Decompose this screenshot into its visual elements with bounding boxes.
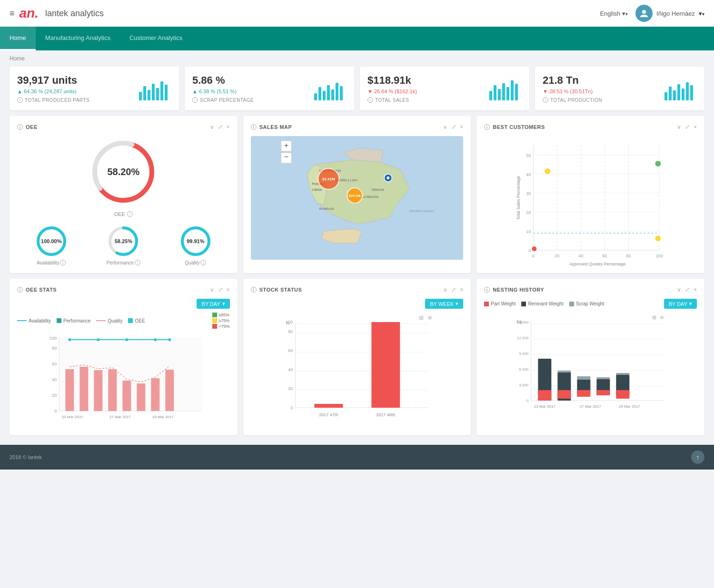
- stat-value-scrap: 5.86 %: [192, 74, 313, 87]
- stat-chart-units: [138, 77, 171, 100]
- svg-rect-162: [558, 371, 571, 372]
- nesting-collapse[interactable]: ∨: [677, 286, 681, 293]
- svg-text:⊞: ⊞: [419, 314, 424, 321]
- svg-text:$24.18k: $24.18k: [348, 194, 360, 198]
- svg-text:50: 50: [526, 153, 531, 158]
- info-icon-oee[interactable]: i: [17, 124, 23, 130]
- svg-rect-11: [327, 85, 330, 100]
- svg-rect-23: [669, 87, 672, 100]
- oee-expand[interactable]: ⤢: [218, 124, 223, 130]
- nesting-svg: ≋ ⊞ Kg 0 3,000 6,000 9,000 12,000 15,000: [484, 313, 697, 417]
- stat-change-units: ▲ 64.36 % (24,287 units): [17, 88, 138, 94]
- widget-title-best-customers: i BEST CUSTOMERS: [484, 124, 545, 130]
- svg-rect-1: [139, 92, 142, 100]
- stat-chart-production: [664, 77, 697, 100]
- svg-text:2017 48th: 2017 48th: [376, 412, 395, 417]
- svg-text:≋: ≋: [427, 314, 432, 321]
- oee-stats-close[interactable]: ×: [227, 286, 230, 293]
- breadcrumb: Home: [0, 50, 714, 67]
- svg-text:80: 80: [626, 254, 631, 258]
- svg-rect-25: [677, 84, 680, 100]
- widget-controls-oee-stats: ∨ ⤢ ×: [210, 286, 230, 293]
- logo-text: lantek analytics: [45, 9, 104, 19]
- widget-header-nesting: i NESTING HISTORY ∨ ⤢ ×: [484, 286, 697, 293]
- stat-info-production: 21.8 Tn ▼ 28.53 % (30.51Tn) i TOTAL PROD…: [543, 74, 664, 103]
- sales-map-close[interactable]: ×: [460, 124, 463, 130]
- scroll-top-button[interactable]: ↑: [691, 451, 704, 464]
- svg-rect-168: [597, 377, 610, 379]
- sales-map-display[interactable]: Mediterranean + − Oviedo/Uviédo Castilla…: [251, 136, 464, 260]
- oee-collapse[interactable]: ∨: [210, 124, 214, 130]
- nav-item-manufacturing[interactable]: Manufacturing Analytics: [36, 27, 120, 50]
- availability-value: 100.00%: [41, 238, 61, 244]
- scatter-svg: 0 10 20 30 40 50 0 20 40 60 80 100 Appro…: [484, 136, 697, 269]
- stock-close[interactable]: ×: [460, 286, 463, 293]
- info-icon-units[interactable]: i: [17, 97, 23, 103]
- info-icon-sales-map[interactable]: i: [251, 124, 257, 130]
- stats-row: 39,917 units ▲ 64.36 % (24,287 units) i …: [0, 67, 714, 116]
- nesting-legend: Part Weight Remnant Weight Scrap Weight: [484, 301, 604, 306]
- svg-text:Lisboa: Lisboa: [312, 188, 322, 191]
- best-customers-collapse[interactable]: ∨: [677, 124, 681, 130]
- svg-text:20: 20: [555, 254, 560, 258]
- language-selector[interactable]: English ▾: [600, 10, 628, 17]
- legend-part-weight: Part Weight: [484, 301, 516, 306]
- widget-title-oee-stats: i OEE STATS: [17, 287, 57, 293]
- stock-collapse[interactable]: ∨: [443, 286, 447, 293]
- widget-controls-nesting: ∨ ⤢ ×: [677, 286, 697, 293]
- widget-controls-best-customers: ∨ ⤢ ×: [677, 124, 697, 130]
- svg-point-90: [655, 161, 661, 167]
- widget-header-sales-map: i SALES MAP ∨ ⤢ ×: [251, 124, 464, 130]
- stock-expand[interactable]: ⤢: [451, 286, 456, 293]
- oee-stats-collapse[interactable]: ∨: [210, 286, 214, 293]
- info-icon-oee-stats[interactable]: i: [17, 287, 23, 293]
- info-icon-nesting[interactable]: i: [484, 287, 490, 293]
- info-icon-oee-label[interactable]: i: [127, 211, 133, 217]
- info-icon-stock[interactable]: i: [251, 287, 257, 293]
- svg-text:12,000: 12,000: [517, 336, 529, 340]
- svg-text:80: 80: [288, 329, 293, 334]
- svg-text:3,000: 3,000: [519, 383, 529, 387]
- stat-card-production: 21.8 Tn ▼ 28.53 % (30.51Tn) i TOTAL PROD…: [535, 67, 704, 110]
- language-label: English: [600, 10, 620, 17]
- svg-text:60: 60: [52, 362, 57, 366]
- svg-rect-24: [673, 90, 676, 100]
- stat-card-scrap: 5.86 % ▲ 6.38 % (5.51 %) i SCRAP PERCENT…: [185, 67, 354, 110]
- logo-an: an.: [20, 6, 39, 21]
- info-icon-best-customers[interactable]: i: [484, 124, 490, 130]
- svg-text:−: −: [284, 153, 288, 161]
- info-icon-production[interactable]: i: [543, 97, 548, 103]
- oee-stats-expand[interactable]: ⤢: [218, 286, 223, 293]
- oee-close[interactable]: ×: [227, 124, 230, 130]
- stat-change-scrap: ▲ 6.38 % (5.51 %): [192, 88, 313, 94]
- info-icon-scrap[interactable]: i: [192, 97, 198, 103]
- svg-rect-9: [318, 87, 321, 100]
- nav-item-customer[interactable]: Customer Analytics: [120, 27, 192, 50]
- stat-label-scrap: i SCRAP PERCENTAGE: [192, 97, 313, 103]
- widget-title-nesting: i NESTING HISTORY: [484, 287, 544, 293]
- nav-item-home[interactable]: Home: [0, 27, 36, 50]
- best-customers-close[interactable]: ×: [694, 124, 697, 130]
- svg-text:≋: ≋: [660, 314, 664, 320]
- oee-stats-period-btn[interactable]: BY DAY ▾: [197, 299, 229, 309]
- stat-label-production: i TOTAL PRODUCTION: [543, 97, 664, 103]
- user-menu[interactable]: Iñigo Hernáez ▾: [635, 5, 704, 22]
- performance-value: 58.25%: [115, 238, 132, 244]
- svg-rect-14: [340, 86, 343, 100]
- svg-rect-113: [165, 370, 174, 411]
- best-customers-expand[interactable]: ⤢: [685, 124, 690, 130]
- sales-map-expand[interactable]: ⤢: [451, 124, 456, 130]
- sales-map-collapse[interactable]: ∨: [443, 124, 447, 130]
- stock-period-btn[interactable]: BY WEEK ▾: [425, 299, 463, 309]
- svg-point-114: [68, 338, 71, 341]
- info-icon-sales[interactable]: i: [367, 97, 373, 103]
- svg-rect-106: [65, 369, 74, 411]
- nesting-expand[interactable]: ⤢: [685, 286, 690, 293]
- stock-svg: ≋ ⊞ % 0 20 40 60 80 100: [251, 313, 464, 427]
- hamburger-menu[interactable]: ≡: [10, 9, 15, 19]
- nesting-period-btn[interactable]: BY DAY ▾: [664, 299, 697, 309]
- widget-title-oee: i OEE: [17, 124, 38, 130]
- svg-text:100: 100: [656, 254, 663, 258]
- nesting-close[interactable]: ×: [694, 286, 697, 293]
- widget-header-stock-status: i STOCK STATUS ∨ ⤢ ×: [251, 286, 464, 293]
